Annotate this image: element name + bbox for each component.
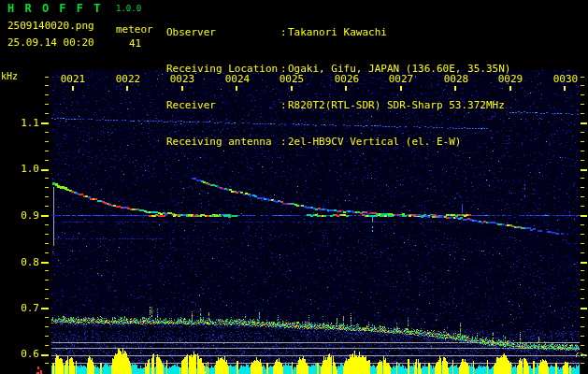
info-value: R820T2(RTL-SDR) SDR-Sharp 53.372MHz: [288, 99, 505, 111]
info-colon: :: [280, 99, 288, 111]
app-title: H R O F F T: [7, 2, 102, 15]
time-tick-label: 0022: [113, 73, 143, 85]
time-tick-label: 0029: [495, 73, 525, 85]
info-row: Receiving antenna:2el-HB9CV Vertical (el…: [166, 136, 510, 148]
time-tick-label: 0026: [332, 73, 362, 85]
time-tick-label: 0023: [167, 73, 197, 85]
info-colon: :: [280, 136, 288, 148]
info-colon: :: [280, 26, 288, 38]
output-filename: 2509140020.png: [7, 20, 94, 32]
app-version: 1.0.0: [116, 4, 141, 13]
freq-tick-label: 0.7: [15, 302, 39, 314]
info-label: Receiving antenna: [166, 136, 280, 148]
time-tick-label: 0021: [58, 73, 88, 85]
time-tick-label: 0030: [551, 73, 581, 85]
freq-tick-label: 0.8: [15, 256, 39, 268]
info-row: Receiver:R820T2(RTL-SDR) SDR-Sharp 53.37…: [166, 99, 510, 111]
time-tick-label: 0028: [441, 73, 471, 85]
time-tick-label: 0024: [222, 73, 252, 85]
freq-tick-label: 1.1: [15, 117, 39, 129]
freq-tick-label: 0.9: [15, 209, 39, 222]
info-label: Receiver: [166, 99, 280, 111]
freq-unit-label: kHz: [1, 71, 18, 81]
info-value: 2el-HB9CV Vertical (el. E-W): [288, 136, 461, 148]
freq-tick-label: 1.0: [15, 163, 39, 175]
info-row: Observer:Takanori Kawachi: [166, 26, 510, 38]
observer-info-block: Observer:Takanori Kawachi Receiving Loca…: [166, 2, 510, 172]
info-label: Observer: [166, 26, 280, 38]
echo-count: 41: [129, 37, 141, 50]
datetime-label: 25.09.14 00:20: [7, 36, 94, 49]
time-tick-label: 0025: [277, 73, 307, 85]
info-value: Takanori Kawachi: [288, 26, 387, 38]
hrofft-output-image: H R O F F T 1.0.0 2509140020.png meteor …: [0, 0, 588, 374]
mode-label: meteor: [116, 23, 153, 36]
time-tick-label: 0027: [386, 73, 416, 85]
freq-tick-label: 0.6: [15, 348, 39, 360]
